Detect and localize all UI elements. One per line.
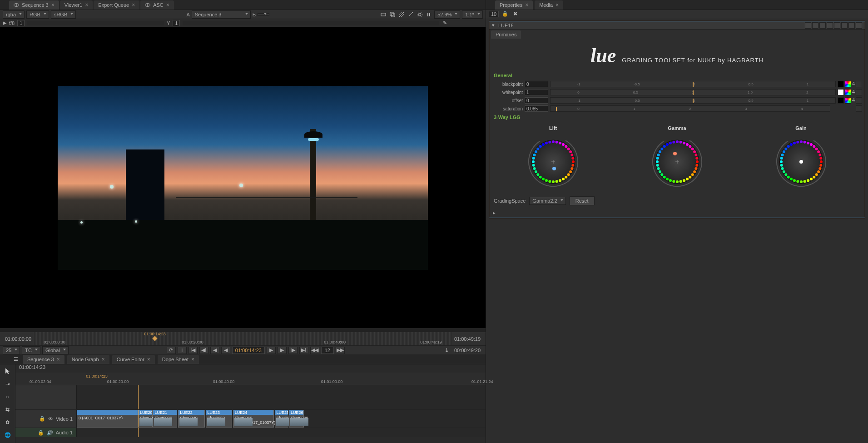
globe-tool-icon[interactable]: 🌐: [4, 431, 12, 439]
node-btn-6[interactable]: [841, 22, 848, 29]
eye-icon[interactable]: 👁: [48, 416, 53, 422]
tab-curve-editor[interactable]: Curve Editor×: [112, 355, 155, 364]
skip-fwd-icon[interactable]: ▶▶: [336, 347, 345, 354]
gain-color-wheel[interactable]: [774, 134, 828, 189]
gear-tool-icon[interactable]: ✿: [4, 418, 12, 426]
in-timecode[interactable]: 01:00:00:00: [3, 336, 34, 342]
saturation-input[interactable]: [525, 105, 548, 112]
node-close-icon[interactable]: [856, 22, 862, 29]
tab-asc[interactable]: ASC ×: [140, 0, 174, 10]
current-timecode[interactable]: 01:00:14:23: [232, 347, 265, 354]
expand-toggle[interactable]: ▸: [489, 208, 865, 218]
lock-icon[interactable]: 🔒: [39, 416, 45, 422]
go-start-icon[interactable]: I◀: [188, 347, 198, 354]
color-swatch[interactable]: [838, 97, 844, 104]
lock-icon[interactable]: 🔒: [501, 10, 509, 18]
wheel-indicator[interactable]: [673, 152, 677, 155]
clip-LUE24[interactable]: LUE24Shot0060 (A001_C017_01037Y): [233, 410, 274, 428]
tab-node-graph[interactable]: Node Graph×: [67, 355, 109, 364]
anim-curve-icon[interactable]: [856, 97, 862, 104]
range-tool-icon[interactable]: ↔: [4, 393, 12, 401]
tab-sequence3-timeline[interactable]: Sequence 3×: [23, 355, 64, 364]
slip-tool-icon[interactable]: ⇆: [4, 405, 12, 413]
prev-clip-icon[interactable]: ◀I: [199, 347, 208, 354]
colorspace-dropdown[interactable]: sRGB: [51, 10, 76, 19]
tab-dope-sheet[interactable]: Dope Sheet×: [158, 355, 199, 364]
y-value[interactable]: 1: [173, 20, 180, 26]
gamma-slider[interactable]: [183, 21, 439, 25]
close-icon[interactable]: ×: [191, 356, 194, 363]
anim-curve-icon[interactable]: [856, 105, 862, 112]
clip-LUE21[interactable]: LUE21Shot0030: [153, 410, 177, 428]
play-icon[interactable]: ▶: [3, 20, 6, 26]
clip-LUE22[interactable]: LUE22Shot0040: [178, 410, 205, 428]
gear-icon[interactable]: [416, 11, 423, 18]
color-wheel-swatch[interactable]: [845, 97, 851, 104]
export-icon[interactable]: ⤓: [443, 347, 450, 354]
play-icon[interactable]: ▶: [267, 347, 276, 354]
clip-LUE23[interactable]: LUE23Shot0050: [206, 410, 233, 428]
blackpoint-slider[interactable]: -1-0.500.51: [550, 81, 836, 87]
zoom-dropdown[interactable]: 52.9%: [434, 10, 460, 19]
anim-curve-icon[interactable]: [856, 89, 862, 95]
tab-media[interactable]: Media×: [535, 0, 563, 10]
fstop-slider[interactable]: [27, 21, 164, 25]
stack-icon[interactable]: ☰: [14, 356, 18, 362]
color-swatch[interactable]: [838, 89, 844, 95]
close-icon[interactable]: ×: [166, 2, 169, 8]
wheel-indicator[interactable]: [552, 167, 556, 170]
close-icon[interactable]: ×: [556, 2, 559, 8]
go-end-icon[interactable]: ▶I: [299, 347, 308, 354]
edit-icon[interactable]: ✎: [441, 20, 449, 27]
tab-viewer1[interactable]: Viewer1 ×: [60, 0, 93, 10]
close-icon[interactable]: ×: [147, 356, 150, 363]
close-icon[interactable]: ×: [102, 356, 105, 363]
fps-dropdown[interactable]: 25: [3, 346, 20, 354]
time-ruler[interactable]: 01:00:14:23 01:00:00:0001:00:20:0001:00:…: [34, 332, 452, 345]
skip-back-icon[interactable]: ◀◀: [310, 347, 319, 354]
clear-icon[interactable]: ✖: [511, 10, 519, 18]
pause-bars-icon[interactable]: [425, 11, 432, 18]
playhead-line[interactable]: [138, 385, 139, 409]
channel-rgba-dropdown[interactable]: rgba: [3, 10, 25, 19]
chevron-down-icon[interactable]: ▾: [492, 22, 495, 28]
grading-space-dropdown[interactable]: Gamma2.2: [529, 197, 565, 205]
close-icon[interactable]: ×: [51, 2, 55, 8]
tab-export-queue[interactable]: Export Queue ×: [94, 0, 139, 10]
wheel-indicator[interactable]: [799, 160, 803, 164]
clip-LUE25[interactable]: LUE25Shot0070: [275, 410, 289, 428]
max-panels[interactable]: 10: [489, 11, 499, 17]
blackpoint-input[interactable]: [525, 81, 548, 87]
close-icon[interactable]: ×: [132, 2, 135, 8]
viewer-area[interactable]: [0, 27, 486, 328]
loop-icon[interactable]: ⟳: [167, 347, 176, 354]
channel-rgb-dropdown[interactable]: RGB: [26, 10, 49, 19]
color-wheel-swatch[interactable]: [845, 89, 851, 95]
saturation-slider[interactable]: 01234: [550, 105, 830, 112]
play-reverse-icon[interactable]: ◀: [221, 347, 230, 354]
scope-dropdown[interactable]: Global: [42, 346, 69, 354]
ratio-dropdown[interactable]: 1:1*: [462, 10, 483, 19]
node-help-icon[interactable]: [848, 22, 855, 29]
color-swatch[interactable]: [838, 81, 844, 87]
speaker-icon[interactable]: 🔊: [47, 430, 53, 436]
offset-input[interactable]: [525, 97, 548, 104]
playhead-line[interactable]: [138, 410, 139, 428]
overlay-icon[interactable]: [389, 11, 396, 18]
clip-LUE26[interactable]: LUE26Shot0080: [289, 410, 304, 428]
close-icon[interactable]: ×: [525, 2, 528, 8]
move-tool-icon[interactable]: ⇥: [4, 380, 12, 388]
tab-sequence3[interactable]: Sequence 3 ×: [9, 0, 59, 10]
tab-properties[interactable]: Properties×: [495, 0, 533, 10]
lock-icon[interactable]: 🔒: [38, 430, 44, 436]
node-redo-icon[interactable]: [827, 22, 833, 29]
step-fwd-icon[interactable]: ▶: [278, 347, 287, 354]
stripes-icon[interactable]: [398, 11, 405, 18]
viewer-hscroll[interactable]: [0, 328, 486, 332]
step-back-icon[interactable]: ◀: [210, 347, 219, 354]
skip-frames[interactable]: 12: [321, 347, 334, 354]
lift-color-wheel[interactable]: [526, 134, 580, 189]
node-header[interactable]: ▾ LUE16: [489, 21, 865, 30]
in-point-button[interactable]: I: [178, 347, 187, 354]
primaries-tab[interactable]: Primaries: [491, 30, 521, 39]
